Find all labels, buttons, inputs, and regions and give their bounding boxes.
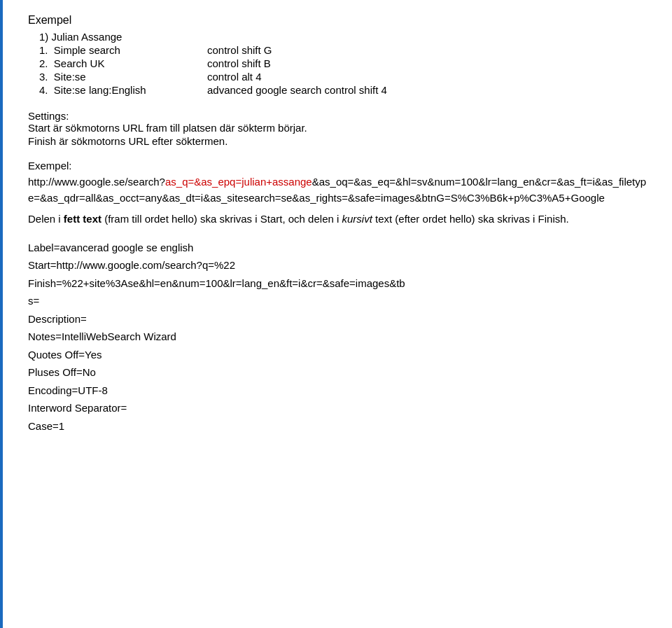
item-3-number: 3.	[39, 71, 48, 83]
config-case: Case=1	[28, 417, 651, 435]
list-item: 4. Site:se lang:English advanced google …	[39, 84, 651, 96]
list-item: 3. Site:se control alt 4	[39, 71, 651, 83]
item-3-text: Site:se	[54, 71, 86, 83]
url-red-part: as_q=&as_epq=julian+assange	[165, 176, 312, 188]
config-interword: Interword Separator=	[28, 399, 651, 417]
item-2-shortcut: control shift B	[207, 57, 271, 69]
explanation-bold: fett text	[64, 213, 102, 225]
config-finish: Finish=%22+site%3Ase&hl=en&num=100&lr=la…	[28, 274, 651, 293]
settings-section: Settings: Start är sökmotorns URL fram t…	[28, 110, 651, 147]
example-section: Exempel: http://www.google.se/search?as_…	[28, 160, 651, 228]
item-4-number: 4.	[39, 84, 48, 96]
config-description: Description=	[28, 310, 651, 328]
item-1-text: Simple search	[54, 44, 120, 56]
explanation: Delen i fett text (fram till ordet hello…	[28, 211, 651, 228]
url-prefix: http://www.google.se/search?	[28, 176, 165, 188]
item-2-number: 2.	[39, 57, 48, 69]
item-4-label: 4. Site:se lang:English	[39, 84, 207, 96]
item-1-shortcut: control shift G	[207, 44, 272, 56]
config-notes: Notes=IntelliWebSearch Wizard	[28, 328, 651, 346]
item-3-label: 3. Site:se	[39, 71, 207, 83]
item-4-shortcut: advanced google search control shift 4	[207, 84, 387, 96]
explanation-part2: (fram till ordet hello) ska skrivas i St…	[102, 213, 342, 225]
settings-line1: Start är sökmotorns URL fram till platse…	[28, 122, 651, 134]
config-encoding: Encoding=UTF-8	[28, 382, 651, 400]
list-item: 1. Simple search control shift G	[39, 44, 651, 56]
item-2-text: Search UK	[54, 57, 105, 69]
list-intro: 1) Julian Assange	[39, 31, 651, 43]
settings-title: Settings:	[28, 110, 651, 122]
item-3-shortcut: control alt 4	[207, 71, 262, 83]
explanation-part1: Delen i	[28, 213, 64, 225]
config-finish2: s=	[28, 292, 651, 310]
config-start: Start=http://www.google.com/search?q=%22	[28, 256, 651, 274]
config-pluses: Pluses Off=No	[28, 363, 651, 382]
list-item: 2. Search UK control shift B	[39, 57, 651, 69]
config-section: Label=avancerad google se english Start=…	[28, 239, 651, 435]
example-label: Exempel:	[28, 160, 651, 172]
config-quotes: Quotes Off=Yes	[28, 346, 651, 364]
config-label: Label=avancerad google se english	[28, 239, 651, 257]
item-4-text: Site:se lang:English	[54, 84, 146, 96]
settings-line2: Finish är sökmotorns URL efter söktermen…	[28, 135, 651, 147]
main-heading: Exempel	[28, 14, 651, 27]
item-1-number: 1.	[39, 44, 48, 56]
explanation-italic: kursivt	[342, 213, 372, 225]
shortcuts-list: 1. Simple search control shift G 2. Sear…	[28, 44, 651, 96]
explanation-part3: text (efter ordet hello) ska skrivas i F…	[372, 213, 569, 225]
item-1-label: 1. Simple search	[39, 44, 207, 56]
url-block: http://www.google.se/search?as_q=&as_epq…	[28, 174, 651, 206]
left-border-bar	[0, 0, 3, 628]
item-2-label: 2. Search UK	[39, 57, 207, 69]
